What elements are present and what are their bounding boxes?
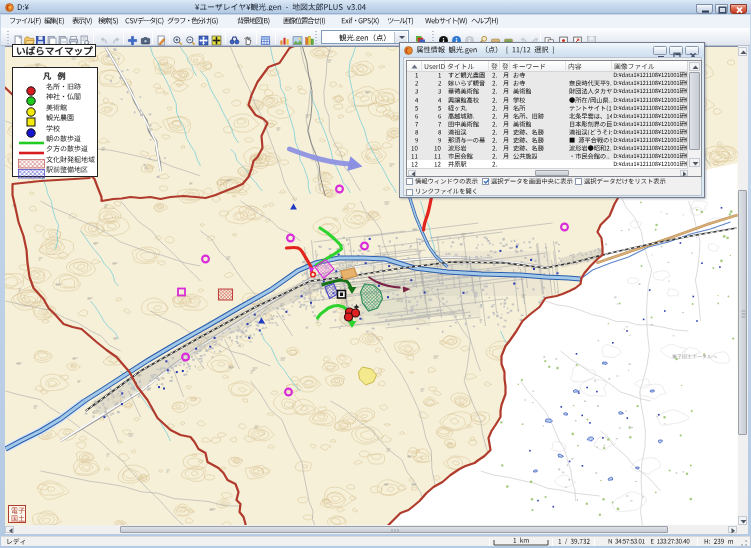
column-header[interactable] <box>566 61 612 72</box>
column-header[interactable] <box>445 61 489 72</box>
map-scroll-right-button[interactable] <box>728 526 737 534</box>
toolbar-info-gray-icon[interactable] <box>464 32 475 43</box>
column-header[interactable] <box>422 61 445 72</box>
toolbar-print-icon[interactable] <box>68 32 79 43</box>
menu-11[interactable] <box>471 17 498 25</box>
map-scroll-left-button[interactable] <box>5 526 14 534</box>
dialog-maximize-button[interactable] <box>669 46 683 56</box>
column-header[interactable] <box>612 61 688 72</box>
table-row-10[interactable] <box>407 144 688 152</box>
checkbox-2[interactable] <box>575 178 582 185</box>
menu-5[interactable] <box>167 17 218 25</box>
toolbar-add-point-icon[interactable] <box>127 32 138 43</box>
checkbox-3[interactable] <box>406 189 413 196</box>
toolbar-info-blue-icon[interactable] <box>451 32 462 43</box>
toolbar-measure-area-icon[interactable] <box>503 32 514 43</box>
table-row-5[interactable] <box>407 104 688 112</box>
menu-0[interactable] <box>9 17 41 25</box>
menu-7[interactable] <box>283 17 325 25</box>
toolbar-new-file-icon[interactable] <box>13 32 24 43</box>
menu-4[interactable] <box>125 17 164 25</box>
toolbar-info-black-icon[interactable] <box>438 32 449 43</box>
table-scroll-up-button[interactable] <box>689 62 700 71</box>
table-scroll-left-button[interactable] <box>408 170 416 176</box>
restore-button[interactable] <box>715 4 728 14</box>
toolbar-search-binoculars-icon[interactable] <box>229 32 240 43</box>
menu-8[interactable] <box>341 17 379 25</box>
toolbar-redo-icon[interactable] <box>111 32 122 43</box>
combobox-dropdown-icon[interactable] <box>394 32 407 43</box>
table-hscroll-thumb[interactable] <box>535 170 569 176</box>
toolbar-layer-colors-icon[interactable] <box>415 32 426 43</box>
toolbar-undo-edit-icon[interactable] <box>518 32 529 43</box>
dialog-minimize-button[interactable] <box>653 46 667 56</box>
selected-point-marker[interactable] <box>344 313 352 321</box>
column-header[interactable] <box>500 61 510 72</box>
table-header[interactable] <box>407 61 688 72</box>
menu-6[interactable] <box>237 17 270 25</box>
table-vscroll-thumb[interactable] <box>689 72 700 150</box>
toolbar-color-classify-icon[interactable] <box>304 32 315 43</box>
menu-3[interactable] <box>98 17 118 25</box>
toolbar-save-edit-icon[interactable] <box>586 32 597 43</box>
column-header[interactable] <box>407 61 422 72</box>
toolbar-save-icon[interactable] <box>35 32 46 43</box>
table-scroll-down-button[interactable] <box>689 158 700 167</box>
toolbar-fit-selected-icon[interactable] <box>211 32 222 43</box>
table-row-6[interactable] <box>407 112 688 120</box>
toolbar-fit-extent-icon[interactable] <box>198 32 209 43</box>
map-scroll-down-button[interactable] <box>738 516 747 525</box>
table-row-1[interactable] <box>407 72 688 80</box>
toolbar-edit-attribute-icon[interactable] <box>156 32 167 43</box>
toolbar-window-locate-icon[interactable] <box>558 32 569 43</box>
table-row-2[interactable] <box>407 80 688 88</box>
table-row-7[interactable] <box>407 120 688 128</box>
column-header[interactable] <box>489 61 500 72</box>
table-row-11[interactable] <box>407 152 688 160</box>
menu-9[interactable] <box>387 17 414 25</box>
toolbar-copy-layer-icon[interactable] <box>57 32 68 43</box>
toolbar-undo-icon[interactable] <box>98 32 109 43</box>
toolbar-open-folder-icon[interactable] <box>24 32 35 43</box>
toolbar-search-attribute-icon[interactable] <box>477 32 488 43</box>
map-vscroll-thumb[interactable] <box>738 190 747 435</box>
toolbar-window-overlap-icon[interactable] <box>544 32 555 43</box>
checkbox-0[interactable] <box>406 178 413 185</box>
toolbar-capture-image-icon[interactable] <box>140 32 151 43</box>
table-horizontal-scrollbar[interactable] <box>407 168 688 176</box>
attribute-table[interactable] <box>406 60 702 177</box>
attribute-dialog[interactable] <box>399 42 705 198</box>
map-hscroll-thumb[interactable] <box>120 526 668 534</box>
toolbar-redo-edit-icon[interactable] <box>530 32 541 43</box>
table-vertical-scrollbar[interactable] <box>687 61 701 176</box>
table-row-8[interactable] <box>407 128 688 136</box>
table-row-3[interactable] <box>407 88 688 96</box>
minimize-button[interactable] <box>696 4 713 14</box>
table-row-9[interactable] <box>407 136 688 144</box>
dialog-title-bar[interactable] <box>400 43 704 57</box>
map-vertical-scrollbar[interactable] <box>738 46 749 525</box>
toolbar-zoom-out-icon[interactable] <box>185 32 196 43</box>
toolbar-paste-layer-icon[interactable] <box>46 32 57 43</box>
menu-1[interactable] <box>44 17 64 25</box>
table-scroll-right-button[interactable] <box>680 170 688 176</box>
title-bar[interactable] <box>0 0 751 14</box>
close-button[interactable] <box>730 4 747 14</box>
resize-grip[interactable] <box>739 538 748 546</box>
toolbar-attribute-table-icon[interactable] <box>260 32 271 43</box>
checkbox-1[interactable] <box>482 178 489 185</box>
toolbar-zoom-in-icon[interactable] <box>172 32 183 43</box>
layer-combobox[interactable] <box>321 30 409 44</box>
column-header[interactable] <box>510 61 567 72</box>
toolbar-measure-line-icon[interactable] <box>490 32 501 43</box>
map-scroll-up-button[interactable] <box>738 47 747 56</box>
map-horizontal-scrollbar[interactable] <box>5 525 738 534</box>
menu-10[interactable] <box>425 17 467 25</box>
toolbar-graph-icon[interactable] <box>279 32 290 43</box>
toolbar-window-link-icon[interactable] <box>572 32 583 43</box>
menu-2[interactable] <box>72 17 92 25</box>
dialog-close-button[interactable] <box>685 46 699 56</box>
table-row-4[interactable] <box>407 96 688 104</box>
toolbar-page-setup-icon[interactable] <box>79 32 90 43</box>
toolbar-background-image-icon[interactable] <box>292 32 303 43</box>
